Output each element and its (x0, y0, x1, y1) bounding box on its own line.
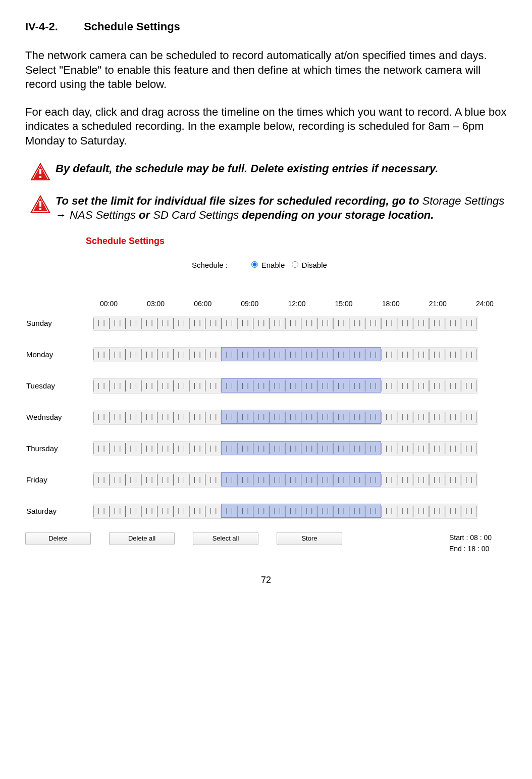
selected-range[interactable] (221, 347, 381, 361)
timeline[interactable] (93, 316, 477, 331)
schedule-label: Schedule : (192, 261, 228, 269)
radio-disable-label: Disable (302, 261, 327, 269)
section-number: IV-4-2. (25, 20, 81, 33)
hour-label: 15:00 (335, 300, 353, 308)
selected-range[interactable] (221, 504, 381, 518)
buttons-row: Delete Delete all Select all Store Start… (25, 532, 507, 555)
hour-label: 12:00 (288, 300, 305, 308)
note-1: By default, the schedule may be full. De… (25, 162, 507, 181)
day-label: Tuesday (25, 381, 93, 390)
section-title: Schedule Settings (84, 20, 180, 33)
radio-enable-label: Enable (261, 261, 285, 269)
note-2-text: To set the limit for individual file siz… (56, 194, 507, 223)
note-2: To set the limit for individual file siz… (25, 194, 507, 223)
day-row: Monday (25, 344, 507, 365)
radio-enable[interactable] (251, 261, 258, 268)
timeline[interactable] (93, 378, 477, 394)
hour-label: 18:00 (382, 300, 400, 308)
day-label: Wednsday (25, 413, 93, 421)
day-row: Friday (25, 469, 507, 491)
timeline[interactable] (93, 472, 477, 488)
delete-all-button[interactable]: Delete all (109, 532, 175, 545)
hour-label: 00:00 (100, 300, 118, 308)
svg-rect-6 (39, 201, 41, 207)
range-info: Start : 08 : 00 End : 18 : 00 (449, 532, 492, 555)
hour-label: 06:00 (194, 300, 211, 308)
warning-icon (25, 194, 56, 213)
selected-range[interactable] (221, 378, 381, 393)
schedule-enable-row: Schedule : Enable Disable (192, 260, 507, 269)
day-label: Friday (25, 475, 93, 484)
day-row: Tuesday (25, 375, 507, 397)
selected-range[interactable] (221, 410, 381, 424)
day-row: Sunday (25, 313, 507, 334)
delete-button[interactable]: Delete (25, 532, 91, 545)
timeline[interactable] (93, 504, 477, 519)
hour-label: 03:00 (147, 300, 165, 308)
day-label: Monday (25, 350, 93, 359)
paragraph-1: The network camera can be scheduled to r… (25, 48, 507, 92)
selected-range[interactable] (221, 472, 381, 486)
select-all-button[interactable]: Select all (193, 532, 258, 545)
day-label: Saturday (25, 507, 93, 515)
day-row: Thursday (25, 438, 507, 459)
warning-icon (25, 162, 56, 181)
day-row: Wednsday (25, 407, 507, 428)
panel-title: Schedule Settings (86, 236, 507, 247)
range-start: Start : 08 : 00 (449, 532, 492, 543)
range-end: End : 18 : 00 (449, 543, 492, 554)
timeline[interactable] (93, 441, 477, 456)
day-label: Thursday (25, 444, 93, 453)
time-axis: 00:0003:0006:0009:0012:0015:0018:0021:00… (100, 300, 494, 308)
timeline[interactable] (93, 347, 477, 362)
svg-rect-3 (39, 176, 41, 178)
store-button[interactable]: Store (277, 532, 342, 545)
timeline[interactable] (93, 410, 477, 425)
section-heading: IV-4-2. Schedule Settings (25, 20, 507, 33)
hour-label: 09:00 (241, 300, 258, 308)
hour-label: 21:00 (429, 300, 447, 308)
note-1-text: By default, the schedule may be full. De… (56, 162, 438, 175)
hour-label: 24:00 (476, 300, 494, 308)
page-number: 72 (25, 575, 507, 586)
day-label: Sunday (25, 319, 93, 327)
selected-range[interactable] (221, 441, 381, 455)
svg-rect-2 (39, 169, 41, 174)
paragraph-2: For each day, click and drag across the … (25, 105, 507, 149)
day-row: Saturday (25, 501, 507, 522)
svg-rect-7 (39, 208, 41, 210)
radio-disable[interactable] (292, 261, 298, 268)
